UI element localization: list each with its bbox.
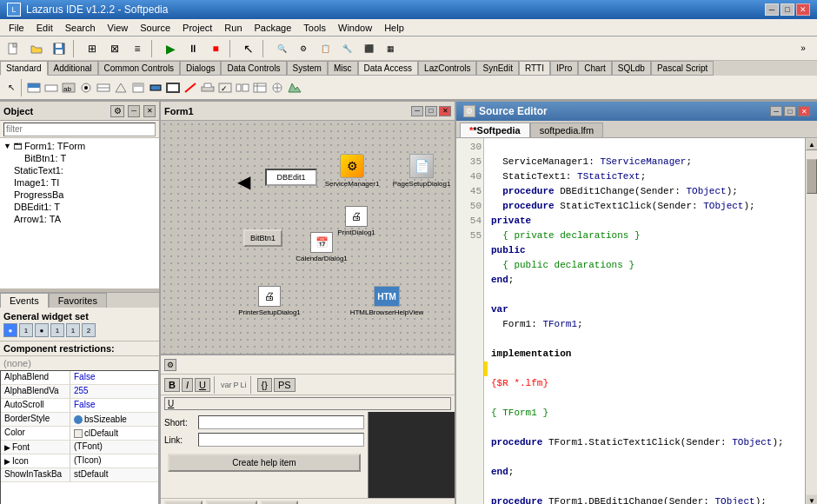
scrollbar-track[interactable] xyxy=(806,150,817,494)
widget-icon-2[interactable]: 1 xyxy=(19,323,33,337)
tab-synedit[interactable]: SynEdit xyxy=(476,61,518,76)
menu-help[interactable]: Help xyxy=(379,21,409,35)
menu-project[interactable]: Project xyxy=(177,21,217,35)
toolbar-misc-3[interactable]: 📋 xyxy=(315,39,335,58)
tab-softpedia[interactable]: *Softpedia xyxy=(460,123,530,137)
bold-button[interactable]: B xyxy=(164,378,180,392)
toolbar-btn-6[interactable]: ≡ xyxy=(127,39,148,58)
comp-icon-7[interactable] xyxy=(130,81,146,95)
htmlbrowser-component[interactable]: HTM HTMLBrowserHelpView xyxy=(352,282,422,321)
widget-icon-5[interactable]: 1 xyxy=(66,323,80,337)
menu-file[interactable]: File xyxy=(3,21,30,35)
menu-edit[interactable]: Edit xyxy=(31,21,58,35)
toolbar-misc-1[interactable]: 🔍 xyxy=(271,39,292,58)
comp-icon-16[interactable] xyxy=(287,81,302,95)
comp-icon-12[interactable]: ✓ xyxy=(217,81,233,95)
source-close-btn[interactable]: ✕ xyxy=(798,106,810,116)
tree-item-progressbar[interactable]: ProgressBa xyxy=(2,189,157,201)
short-input[interactable] xyxy=(198,415,364,429)
prop-row-color[interactable]: Color clDefault xyxy=(1,427,158,441)
prop-row-alphablend[interactable]: AlphaBlend False xyxy=(1,371,158,385)
comp-icon-6[interactable] xyxy=(113,81,129,95)
tab-common-controls[interactable]: Common Controls xyxy=(98,61,181,76)
widget-icon-4[interactable]: 1 xyxy=(50,323,64,337)
comp-icon-3[interactable]: ab xyxy=(61,81,76,95)
tab-misc[interactable]: Misc xyxy=(328,61,358,76)
menu-search[interactable]: Search xyxy=(60,21,101,35)
prop-row-borderstyle[interactable]: BorderStyle bsSizeable xyxy=(1,413,158,427)
comp-icon-4[interactable] xyxy=(78,81,94,95)
comp-icon-14[interactable] xyxy=(252,81,268,95)
comp-icon-15[interactable] xyxy=(269,81,285,95)
toolbar-misc-5[interactable]: ⬛ xyxy=(358,39,379,58)
tab-favorites[interactable]: Favorites xyxy=(49,293,107,308)
comp-icon-9[interactable] xyxy=(165,81,181,95)
toolbar-misc-2[interactable]: ⚙ xyxy=(293,39,314,58)
toolbar-new[interactable] xyxy=(3,39,24,58)
tree-item-image1[interactable]: Image1: TI xyxy=(2,176,157,189)
code-content[interactable]: ServiceManager1: TServiceManager; Static… xyxy=(488,138,805,504)
widget-icon-3[interactable]: ● xyxy=(35,323,49,337)
comp-icon-cursor[interactable]: ↖ xyxy=(3,81,19,95)
tree-item-arrow1[interactable]: Arrow1: TA xyxy=(2,213,157,225)
tab-data-access[interactable]: Data Access xyxy=(358,61,419,76)
inherited-btn[interactable]: Inherited xyxy=(206,501,257,504)
create-help-btn[interactable]: Create help item xyxy=(168,454,361,472)
tree-item-statictext1[interactable]: StaticText1: xyxy=(2,164,157,176)
object-inspector-close[interactable]: ✕ xyxy=(143,105,156,117)
maximize-button[interactable]: □ xyxy=(780,3,794,16)
link-input[interactable] xyxy=(198,433,364,447)
toolbar-save[interactable] xyxy=(49,39,70,58)
tree-item-bitbtn1[interactable]: BitBtn1: T xyxy=(2,152,157,164)
widget-icon-6[interactable]: 2 xyxy=(82,323,96,337)
comp-icon-8[interactable] xyxy=(148,81,163,95)
bitbtn1-component[interactable]: BitBtn1 xyxy=(243,229,282,247)
toolbar-misc-4[interactable]: 🔧 xyxy=(336,39,357,58)
form-maximize-btn[interactable]: □ xyxy=(425,106,437,116)
desc-btn[interactable]: Desc xyxy=(261,501,298,504)
italic-button[interactable]: I xyxy=(182,378,193,392)
toolbar-cursor[interactable]: ↖ xyxy=(238,39,259,58)
dbedit1-component[interactable]: DBEdit1 xyxy=(265,169,317,186)
tab-lazcontrols[interactable]: LazControls xyxy=(418,61,476,76)
menu-view[interactable]: View xyxy=(103,21,134,35)
comp-icon-11[interactable] xyxy=(200,81,216,95)
short-btn[interactable]: Short xyxy=(164,501,203,504)
object-inspector-minimize[interactable]: ─ xyxy=(128,105,140,117)
tab-chart[interactable]: Chart xyxy=(578,61,611,76)
comp-icon-5[interactable] xyxy=(96,81,111,95)
toolbar-run-btn[interactable]: ▶ xyxy=(160,39,181,58)
tab-events[interactable]: Events xyxy=(0,293,49,308)
toolbar-stop-btn[interactable]: ■ xyxy=(205,39,226,58)
filter-input[interactable] xyxy=(3,123,156,136)
tab-data-controls[interactable]: Data Controls xyxy=(221,61,286,76)
tab-dialogs[interactable]: Dialogs xyxy=(180,61,221,76)
object-inspector-settings[interactable]: ⚙ xyxy=(110,105,124,117)
comp-icon-2[interactable] xyxy=(43,81,59,95)
toolbar-expand-right[interactable]: » xyxy=(793,39,814,58)
scrollbar-thumb[interactable] xyxy=(807,159,817,194)
underline-button[interactable]: U xyxy=(195,378,210,392)
underline-u[interactable]: U xyxy=(164,397,451,410)
widget-icon-1[interactable]: ● xyxy=(3,323,17,337)
tab-system[interactable]: System xyxy=(287,61,328,76)
tab-softpedia-lfm[interactable]: softpedia.lfm xyxy=(530,123,603,137)
menu-tools[interactable]: Tools xyxy=(298,21,331,35)
braces-button[interactable]: {} xyxy=(257,378,272,392)
prop-row-font[interactable]: ▶Font (TFont) xyxy=(1,441,158,454)
toolbar-btn-4[interactable]: ⊞ xyxy=(82,39,103,58)
prop-row-showintaskbar[interactable]: ShowInTaskBa stDefault xyxy=(1,468,158,482)
tab-rtti[interactable]: RTTI xyxy=(519,61,550,76)
comp-icon-10[interactable] xyxy=(183,81,198,95)
prop-row-alphablenvalue[interactable]: AlphaBlendVa 255 xyxy=(1,385,158,399)
menu-run[interactable]: Run xyxy=(219,21,247,35)
code-scrollbar[interactable]: ▲ ▼ xyxy=(805,138,817,504)
ps-button[interactable]: PS xyxy=(274,378,296,392)
form-close-btn[interactable]: ✕ xyxy=(439,106,451,116)
source-minimize-btn[interactable]: ─ xyxy=(770,106,782,116)
menu-package[interactable]: Package xyxy=(249,21,297,35)
tab-standard[interactable]: Standard xyxy=(0,61,48,76)
minimize-button[interactable]: ─ xyxy=(765,3,779,16)
tab-additional[interactable]: Additional xyxy=(48,61,98,76)
tab-sqldb[interactable]: SQLdb xyxy=(612,61,651,76)
